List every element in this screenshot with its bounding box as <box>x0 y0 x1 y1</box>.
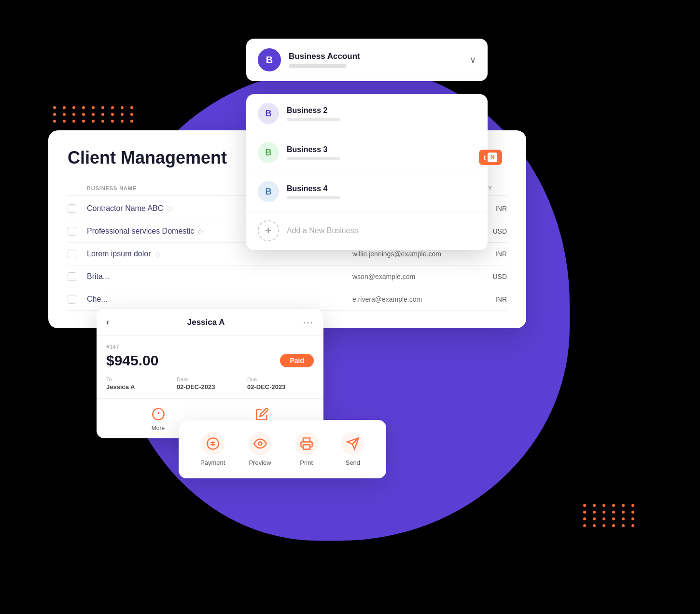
biz-item-3[interactable]: B Business 3 <box>246 133 488 172</box>
payment-icon <box>201 432 224 455</box>
invoice-to: To Jessica A <box>106 377 173 391</box>
row-name-3: Lorem ipsum dolor ◇ <box>87 250 352 258</box>
preview-icon <box>249 432 272 455</box>
due-value: 02-DEC-2023 <box>247 383 314 391</box>
preview-label: Preview <box>249 459 271 466</box>
notion-n-letter: N <box>488 153 497 162</box>
date-label: Date <box>177 377 243 382</box>
send-icon <box>341 432 364 455</box>
invoice-body: #147 $945.00 Paid To Jessica A Date 02-D… <box>97 336 323 398</box>
row-checkbox-2[interactable] <box>68 227 76 236</box>
biz-info-2: Business 2 <box>287 106 476 121</box>
table-row[interactable]: Che... e.rivera@example.com INR <box>68 288 507 311</box>
business-dropdown[interactable]: B Business 2 B Business 3 B Business 4 + <box>246 94 488 250</box>
biz-avatar-4: B <box>258 181 279 202</box>
business-account-card[interactable]: B Business Account ∨ <box>246 39 488 81</box>
notion-badge: t N <box>479 150 502 165</box>
invoice-number: #147 <box>106 344 314 350</box>
row-currency-3: INR <box>459 250 507 258</box>
invoice-meta: To Jessica A Date 02-DEC-2023 Due 02-DEC… <box>106 377 314 391</box>
action-card: Payment Preview Print <box>179 420 386 478</box>
row-email-4: wson@example.com <box>352 273 459 280</box>
col-checkbox <box>68 185 87 191</box>
account-info: Business Account <box>289 52 462 68</box>
row-name-4: Brita... <box>87 272 352 281</box>
print-label: Print <box>300 459 313 466</box>
svg-point-7 <box>258 442 262 446</box>
notion-badge-text: t <box>484 154 486 161</box>
more-options-button[interactable]: ··· <box>303 317 314 328</box>
more-label: More <box>152 425 165 432</box>
date-value: 02-DEC-2023 <box>177 383 243 391</box>
biz-sub-4 <box>287 196 340 199</box>
svg-rect-8 <box>303 445 310 449</box>
send-label: Send <box>346 459 360 466</box>
action-preview[interactable]: Preview <box>249 432 272 466</box>
chevron-down-icon[interactable]: ∨ <box>470 55 476 65</box>
row-email-5: e.rivera@example.com <box>352 295 459 303</box>
invoice-amount-row: $945.00 Paid <box>106 352 314 369</box>
biz-info-3: Business 3 <box>287 145 476 160</box>
invoice-amount: $945.00 <box>106 352 158 369</box>
diamond-icon-2: ◇ <box>198 227 203 235</box>
biz-name-2: Business 2 <box>287 106 476 115</box>
row-name-5: Che... <box>87 295 352 304</box>
add-business-item[interactable]: + Add a New Business <box>246 211 488 250</box>
row-checkbox-5[interactable] <box>68 295 76 304</box>
more-icon <box>150 405 167 423</box>
add-business-label: Add a New Business <box>287 226 476 235</box>
diamond-icon-1: ◇ <box>167 205 172 212</box>
row-checkbox-3[interactable] <box>68 250 76 258</box>
row-email-3: willie.jennings@example.com <box>352 250 459 258</box>
action-payment[interactable]: Payment <box>200 432 225 466</box>
biz-name-3: Business 3 <box>287 145 476 154</box>
action-print[interactable]: Print <box>295 432 318 466</box>
biz-item-4[interactable]: B Business 4 <box>246 172 488 211</box>
row-checkbox-1[interactable] <box>68 204 76 213</box>
account-sub-line <box>289 64 347 68</box>
invoice-header: ‹ Jessica A ··· <box>97 309 323 336</box>
to-value: Jessica A <box>106 383 173 391</box>
dots-decoration-top <box>53 106 136 123</box>
action-send[interactable]: Send <box>341 432 364 466</box>
biz-avatar-2: B <box>258 103 279 124</box>
invoice-due: Due 02-DEC-2023 <box>247 377 314 391</box>
biz-sub-2 <box>287 118 340 121</box>
row-currency-4: USD <box>459 273 507 280</box>
biz-avatar-3: B <box>258 142 279 163</box>
biz-sub-3 <box>287 157 340 160</box>
biz-info-4: Business 4 <box>287 184 476 199</box>
biz-name-4: Business 4 <box>287 184 476 193</box>
invoice-card: ‹ Jessica A ··· #147 $945.00 Paid To Jes… <box>97 309 323 438</box>
row-checkbox-4[interactable] <box>68 272 76 281</box>
diamond-icon-3: ◇ <box>155 250 160 258</box>
footer-more[interactable]: More <box>150 405 167 432</box>
dots-decoration-bottom <box>583 504 637 527</box>
to-label: To <box>106 377 173 382</box>
payment-label: Payment <box>200 459 225 466</box>
biz-item-2[interactable]: B Business 2 <box>246 94 488 133</box>
account-avatar: B <box>258 48 281 71</box>
add-business-icon: + <box>258 220 279 241</box>
account-name: Business Account <box>289 52 462 61</box>
row-currency-5: INR <box>459 295 507 303</box>
add-business-info: Add a New Business <box>287 226 476 235</box>
print-icon <box>295 432 318 455</box>
paid-status-badge: Paid <box>280 354 314 367</box>
invoice-client-name: Jessica A <box>109 318 303 327</box>
table-row[interactable]: Brita... wson@example.com USD <box>68 265 507 288</box>
due-label: Due <box>247 377 314 382</box>
invoice-date: Date 02-DEC-2023 <box>177 377 243 391</box>
